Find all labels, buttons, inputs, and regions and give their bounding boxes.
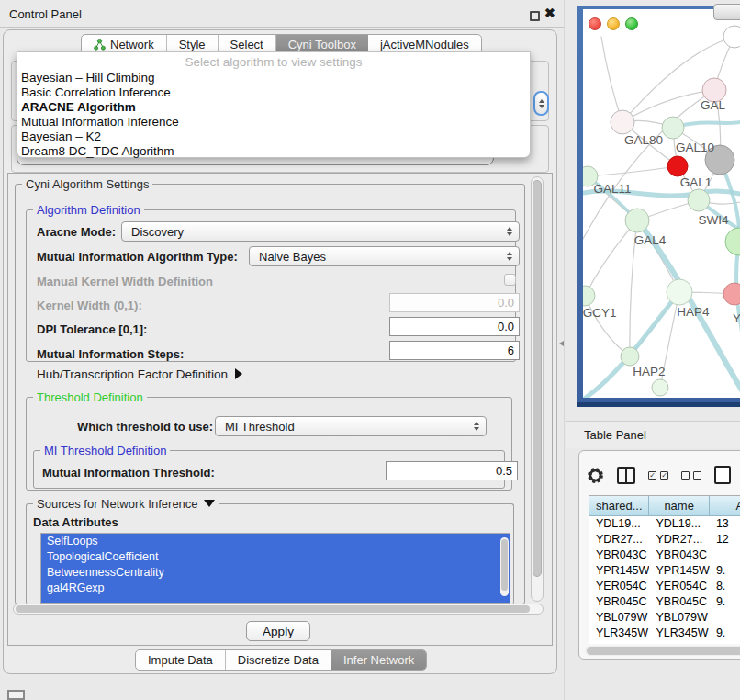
- table-cell: YLR345W: [649, 626, 709, 641]
- network-node-gal1[interactable]: [688, 189, 710, 211]
- algorithm-option[interactable]: Dream8 DC_TDC Algorithm: [17, 144, 530, 159]
- list-item[interactable]: gal4RGexp: [41, 581, 510, 596]
- table-cell: YBR043C: [649, 548, 709, 563]
- close-panel-icon[interactable]: ✖: [544, 6, 555, 20]
- table-cell: YPR145W: [589, 563, 649, 579]
- table-row[interactable]: YBR045CYBR045C9.: [589, 594, 740, 610]
- algorithm-option-selected[interactable]: ARACNE Algorithm: [17, 100, 530, 115]
- hub-definition-label: Hub/Transcription Factor Definition: [37, 367, 228, 381]
- column-header[interactable]: shared...: [589, 496, 649, 516]
- aracne-mode-combo[interactable]: Discovery: [121, 221, 520, 242]
- mi-steps-label: Mutual Information Steps:: [37, 347, 184, 361]
- network-node-hap2[interactable]: [621, 347, 639, 366]
- tab-infer-network[interactable]: Infer Network: [331, 650, 426, 670]
- manual-kernel-checkbox[interactable]: [504, 274, 516, 286]
- network-edge[interactable]: [585, 220, 637, 296]
- table-cell: YIL052C: [589, 641, 649, 644]
- collapsed-arrow-icon: [235, 368, 242, 379]
- which-threshold-combo[interactable]: MI Threshold: [215, 416, 487, 436]
- network-graph: GALGAL80GAL10GAL1GAL11SWI4GAL4GCY1HAP4YH…: [583, 9, 740, 398]
- which-threshold-label: Which threshold to use:: [77, 420, 213, 434]
- mi-threshold-label: Mutual Information Threshold:: [42, 466, 215, 480]
- network-node-hap4[interactable]: [667, 279, 692, 305]
- float-panel-icon[interactable]: [530, 11, 540, 21]
- table-toolbar: ✓✓: [587, 462, 740, 488]
- algorithm-combo-stepper[interactable]: [533, 91, 549, 116]
- splitter-collapse-handle[interactable]: [558, 339, 566, 348]
- dpi-tolerance-field[interactable]: 0.0: [389, 317, 520, 336]
- column-header[interactable]: name: [649, 496, 709, 516]
- table-cell: YLR345W: [589, 626, 649, 641]
- network-node-swi4[interactable]: [725, 228, 740, 255]
- combo-value: Discovery: [131, 225, 184, 239]
- network-node-gal80[interactable]: [611, 110, 634, 134]
- tab-label: jActiveMNodules: [380, 38, 469, 51]
- table-row[interactable]: YIL052CYIL052C9: [589, 641, 740, 644]
- network-edge[interactable]: [601, 37, 622, 122]
- window-close-icon[interactable]: [589, 17, 601, 30]
- network-canvas[interactable]: GALGAL80GAL10GAL1GAL11SWI4GAL4GCY1HAP4YH…: [583, 9, 740, 398]
- sources-toggle[interactable]: Sources for Network Inference: [33, 497, 219, 511]
- minimized-panel-icon[interactable]: [7, 690, 25, 700]
- node-label: Y: [733, 311, 740, 325]
- window-minimize-icon[interactable]: [607, 17, 620, 30]
- column-header[interactable]: A: [710, 496, 740, 516]
- table-cell: YDL19...: [649, 516, 709, 532]
- table-cell: [710, 548, 740, 563]
- tab-impute-data[interactable]: Impute Data: [136, 650, 226, 670]
- table-row[interactable]: YPR145WYPR145W9.: [589, 563, 740, 579]
- dpi-tolerance-label: DPI Tolerance [0,1]:: [37, 322, 147, 336]
- network-node-gcy1[interactable]: [583, 286, 595, 306]
- vertical-scrollbar-thumb[interactable]: [533, 180, 542, 577]
- stepper-icon: [474, 417, 479, 435]
- network-node-top-outline[interactable]: [723, 26, 740, 48]
- algorithm-option[interactable]: Bayesian – K2: [17, 130, 530, 144]
- tab-label: Network: [110, 38, 154, 51]
- network-node-gal10[interactable]: [662, 117, 684, 139]
- network-node-bottom-node[interactable]: [652, 379, 668, 396]
- node-label: GAL10: [676, 141, 714, 154]
- list-item[interactable]: BetweennessCentrality: [41, 565, 510, 581]
- kernel-width-field[interactable]: 0.0: [389, 293, 520, 312]
- data-attributes-label: Data Attributes: [33, 515, 118, 529]
- table-row[interactable]: YLR345WYLR345W9.: [589, 626, 740, 641]
- table-cell: YIL052C: [649, 641, 709, 644]
- apply-button[interactable]: Apply: [246, 621, 310, 641]
- network-edge[interactable]: [585, 296, 630, 356]
- table-row[interactable]: YER054CYER054C8.: [589, 579, 740, 594]
- node-label: GCY1: [583, 306, 616, 320]
- mi-type-combo[interactable]: Naive Bayes: [249, 246, 520, 266]
- gear-icon[interactable]: [587, 467, 604, 484]
- algorithm-option[interactable]: Basic Correlation Inference: [17, 85, 530, 100]
- table-icon[interactable]: [714, 466, 731, 484]
- split-columns-icon[interactable]: [617, 467, 635, 484]
- horizontal-scrollbar-thumb[interactable]: [16, 605, 530, 613]
- control-panel-title: Control Panel: [9, 7, 82, 21]
- table-row[interactable]: YDR27...YDR27...12: [589, 532, 740, 548]
- list-item[interactable]: SelfLoops: [41, 534, 510, 549]
- select-none-icon[interactable]: [681, 471, 701, 480]
- algorithm-option[interactable]: Bayesian – Hill Climbing: [17, 71, 530, 85]
- algorithm-option[interactable]: Mutual Information Inference: [17, 115, 530, 130]
- table-row[interactable]: YBL079WYBL079W: [589, 610, 740, 626]
- list-scrollbar-thumb[interactable]: [501, 539, 508, 591]
- node-label: GAL80: [624, 133, 663, 147]
- table-row[interactable]: YDL19...YDL19...13: [589, 516, 740, 532]
- mi-threshold-field[interactable]: 0.5: [386, 461, 518, 480]
- table-body: YDL19...YDL19...13YDR27...YDR27...12YBR0…: [589, 516, 740, 644]
- tab-discretize-data[interactable]: Discretize Data: [226, 650, 331, 670]
- settings-horizontal-scrollbar: [13, 604, 544, 615]
- network-node-salmon-node[interactable]: [723, 283, 740, 305]
- hub-definition-toggle[interactable]: Hub/Transcription Factor Definition: [37, 367, 242, 381]
- network-edge[interactable]: [588, 166, 678, 176]
- node-label: GAL4: [634, 233, 667, 247]
- dropdown-prompt: Select algorithm to view settings: [17, 52, 530, 71]
- network-node-gal4[interactable]: [625, 209, 649, 232]
- table-scrollbar-thumb[interactable]: [587, 647, 740, 655]
- mi-steps-field[interactable]: 6: [389, 341, 520, 360]
- table-row[interactable]: YBR043CYBR043C: [589, 548, 740, 563]
- window-zoom-icon[interactable]: [625, 17, 638, 30]
- list-item[interactable]: TopologicalCoefficient: [41, 549, 510, 565]
- select-all-icon[interactable]: ✓✓: [648, 471, 668, 480]
- network-node-red-node[interactable]: [667, 156, 688, 176]
